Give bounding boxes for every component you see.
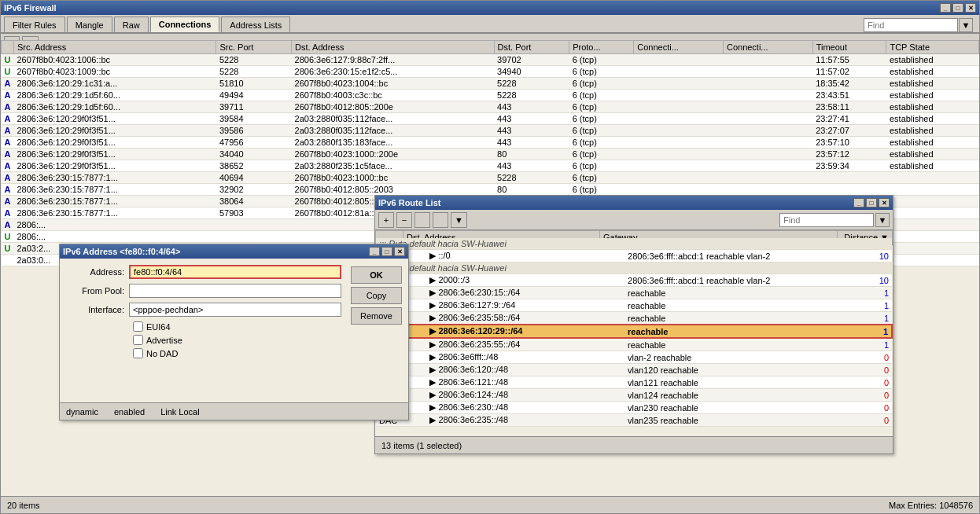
route-paste-btn[interactable]	[433, 212, 448, 228]
minimize-btn[interactable]: _	[940, 3, 951, 13]
address-minimize-btn[interactable]: _	[369, 247, 380, 256]
table-row[interactable]: DAS ▶ 2806:3e6:230:15::/64 reachable 1	[376, 287, 892, 299]
address-titlebar-buttons: _ □ ✕	[369, 247, 405, 256]
route-close-btn[interactable]: ✕	[879, 198, 890, 207]
table-row[interactable]: DAC ▶ 2806:3e6:120::/48 vlan120 reachabl…	[376, 364, 892, 376]
route-find-input[interactable]	[779, 213, 874, 227]
items-count: 20 items	[7, 501, 40, 510]
col-flag[interactable]	[2, 41, 14, 54]
close-btn[interactable]: ✕	[965, 3, 976, 13]
route-table-container: ::: Ruta default hacia SW-Huawei AS ▶ ::…	[375, 238, 893, 436]
dialog-footer: dynamic enabled Link Local	[60, 402, 408, 420]
pool-label: From Pool:	[66, 286, 129, 296]
table-row[interactable]: A 2806:3e6:230:15:7877:1... 40694 2607f8…	[2, 172, 979, 184]
col-conn1[interactable]: Connecti...	[634, 41, 724, 54]
table-row[interactable]: ::: Ruta default hacia SW-Huawei	[376, 238, 892, 250]
route-remove-btn[interactable]: −	[396, 212, 412, 228]
col-timeout[interactable]: Timeout	[812, 41, 886, 54]
table-row[interactable]: AS ▶ 2000::/3 2806:3e6:fff::abcd:1 reach…	[376, 274, 892, 287]
table-row[interactable]: A 2806:3e6:120:29:1d5f:60... 39711 2607f…	[2, 101, 979, 113]
route-titlebar: IPv6 Route List _ □ ✕	[375, 196, 893, 210]
tab-address-lists[interactable]: Address Lists	[221, 17, 290, 32]
table-row[interactable]: DAC ▶ 2806:3e6:230::/48 vlan230 reachabl…	[376, 402, 892, 414]
eui64-label: EUI64	[146, 322, 171, 332]
table-row[interactable]: DAC ▶ 2806:3e6fff::/48 vlan-2 reachable …	[376, 351, 892, 364]
address-maximize-btn[interactable]: □	[381, 247, 392, 256]
route-find-dropdown[interactable]: ▼	[875, 213, 890, 227]
table-row[interactable]: DAS ▶ 2806:3e6:127:9::/64 reachable 1	[376, 299, 892, 312]
route-add-btn[interactable]: +	[378, 212, 394, 228]
advertise-row: Advertise	[66, 335, 341, 345]
table-row[interactable]: U 2607f8b0:4023:1006::bc 5228 2806:3e6:1…	[2, 54, 979, 66]
table-row[interactable]: DAC ▶ 2806:3e6:124::/48 vlan124 reachabl…	[376, 389, 892, 402]
remove-button[interactable]: Remove	[351, 307, 402, 325]
nodad-row: No DAD	[66, 348, 341, 358]
route-copy-btn[interactable]	[414, 212, 430, 228]
col-conn2[interactable]: Connecti...	[723, 41, 812, 54]
table-row[interactable]: A 2806:3e6:120:29f0f3f51... 39586 2a03:2…	[2, 125, 979, 137]
address-titlebar: IPv6 Address <fe80::f0:4/64> _ □ ✕	[60, 244, 408, 259]
tab-mangle[interactable]: Mangle	[67, 17, 112, 32]
col-proto[interactable]: Proto...	[569, 41, 634, 54]
route-table: ::: Ruta default hacia SW-Huawei AS ▶ ::…	[375, 238, 893, 427]
main-titlebar-buttons: _ □ ✕	[940, 3, 976, 13]
tab-raw[interactable]: Raw	[114, 17, 149, 32]
table-row[interactable]: ::: Ruta default hacia SW-Huawei	[376, 263, 892, 274]
address-dialog: IPv6 Address <fe80::f0:4/64> _ □ ✕ Addre…	[59, 244, 409, 420]
main-titlebar: IPv6 Firewall _ □ ✕	[1, 1, 979, 15]
route-filter-btn[interactable]: ▼	[451, 212, 467, 228]
col-src-addr[interactable]: Src. Address	[13, 41, 216, 54]
table-row[interactable]: DAC ▶ 2806:3e6:235::/48 vlan235 reachabl…	[376, 414, 892, 427]
find-dropdown-btn[interactable]: ▼	[959, 18, 973, 32]
col-src-port[interactable]: Src. Port	[216, 41, 292, 54]
col-state[interactable]: TCP State	[886, 41, 979, 54]
col-dst-addr[interactable]: Dst. Address	[292, 41, 495, 54]
address-close-btn[interactable]: ✕	[394, 247, 405, 256]
tab-filter-rules[interactable]: Filter Rules	[4, 17, 65, 32]
tab-connections[interactable]: Connections	[150, 17, 220, 32]
eui64-row: EUI64	[66, 321, 341, 332]
table-row[interactable]: A 2806:3e6:120:29f0f3f51... 39584 2a03:2…	[2, 113, 979, 125]
pool-input[interactable]	[129, 284, 341, 298]
pool-row: From Pool:	[66, 284, 341, 298]
route-maximize-btn[interactable]: □	[866, 198, 877, 207]
advertise-checkbox[interactable]	[133, 335, 143, 345]
tab-bar: Filter Rules Mangle Raw Connections Addr…	[1, 15, 979, 34]
table-row[interactable]: DAS ▶ 2806:3e6:235:55::/64 reachable 1	[376, 338, 892, 351]
route-window: IPv6 Route List _ □ ✕ + − ▼ ▼ Dst. Addre…	[374, 195, 893, 454]
main-status-bar: 20 items Max Entries: 1048576	[1, 496, 979, 513]
table-row[interactable]: DAS ▶ 2806:3e6:120:29::/64 reachable 1	[376, 325, 892, 338]
address-row: Address:	[66, 265, 341, 279]
table-row[interactable]: A 2806:3e6:120:29f0f3f51... 47956 2a03:2…	[2, 137, 979, 149]
col-dst-port[interactable]: Dst. Port	[494, 41, 569, 54]
table-row[interactable]: A 2806:3e6:120:29f0f3f51... 34040 2607f8…	[2, 149, 979, 160]
route-titlebar-buttons: _ □ ✕	[853, 198, 890, 207]
ok-button[interactable]: OK	[351, 266, 402, 284]
advertise-label: Advertise	[146, 336, 182, 345]
eui64-checkbox[interactable]	[133, 321, 143, 332]
table-row[interactable]: A 2806:3e6:230:15:7877:1... 32902 2607f8…	[2, 184, 979, 196]
nodad-label: No DAD	[146, 349, 178, 358]
route-minimize-btn[interactable]: _	[853, 198, 864, 207]
table-row[interactable]: A 2806:3e6:120:29:1c31:a... 51810 2607f8…	[2, 78, 979, 90]
route-toolbar: + − ▼ ▼	[375, 210, 893, 230]
interface-row: Interface:	[66, 303, 341, 317]
table-row[interactable]: AS ▶ ::/0 2806:3e6:fff::abcd:1 reachable…	[376, 250, 892, 263]
nodad-checkbox[interactable]	[133, 348, 143, 358]
address-input[interactable]	[129, 265, 341, 279]
table-row[interactable]: A 2806:3e6:120:29:1d5f:60... 49494 2607f…	[2, 90, 979, 101]
main-find-input[interactable]	[864, 18, 958, 32]
route-items-count: 13 items (1 selected)	[381, 441, 462, 450]
table-row[interactable]: A 2806:3e6:120:29f0f3f51... 38652 2a03:2…	[2, 160, 979, 172]
interface-label: Interface:	[66, 305, 129, 314]
interface-input[interactable]	[129, 303, 341, 317]
main-title: IPv6 Firewall	[4, 3, 57, 13]
address-title: IPv6 Address <fe80::f0:4/64>	[63, 247, 180, 256]
table-row[interactable]: DAC ▶ 2806:3e6:121::/48 vlan121 reachabl…	[376, 376, 892, 389]
maximize-btn[interactable]: □	[952, 3, 963, 13]
footer-status2: enabled	[114, 407, 145, 417]
copy-button[interactable]: Copy	[351, 287, 402, 304]
route-status-bar: 13 items (1 selected)	[375, 436, 893, 453]
table-row[interactable]: DAS ▶ 2806:3e6:235:58::/64 reachable 1	[376, 312, 892, 325]
table-row[interactable]: U 2607f8b0:4023:1009::bc 5228 2806:3e6:2…	[2, 66, 979, 78]
